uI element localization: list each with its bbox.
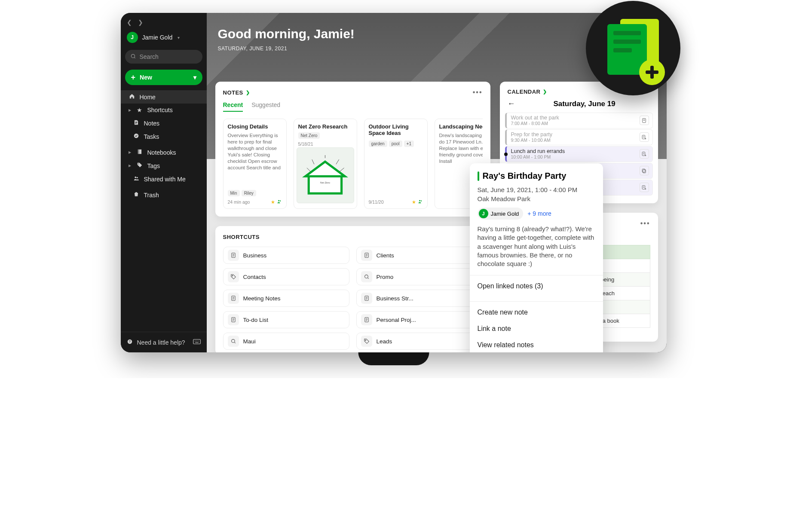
- svg-rect-29: [642, 152, 645, 156]
- shortcut-label: Personal Proj...: [377, 317, 416, 323]
- sidebar-item-tasks[interactable]: Tasks: [121, 130, 207, 143]
- search-placeholder: Search: [140, 53, 159, 60]
- sidebar-item-label: Shortcuts: [147, 107, 173, 113]
- attendee-name: Jamie Gold: [491, 211, 519, 217]
- sidebar-item-home[interactable]: Home: [121, 90, 207, 104]
- sidebar-item-label: Shared with Me: [144, 176, 186, 183]
- search-icon: [361, 271, 372, 282]
- shortcut-item[interactable]: Clients: [356, 247, 483, 264]
- sidebar-item-notes[interactable]: Notes: [121, 116, 207, 130]
- note-title: Net Zero Research: [298, 123, 352, 130]
- note-snippet: Overview Everything is here to prep for …: [228, 132, 282, 187]
- calendar-event[interactable]: Work out at the park7:00 AM - 8:00 AM: [505, 113, 653, 128]
- event-title: Prep for the party: [511, 131, 553, 138]
- trash-icon: [133, 191, 140, 199]
- shortcut-label: Contacts: [243, 274, 266, 280]
- attendee-chip[interactable]: J Jamie Gold: [478, 208, 524, 220]
- notes-widget-more[interactable]: •••: [473, 89, 483, 96]
- action-create-note[interactable]: Create new note: [478, 304, 595, 321]
- action-link-note[interactable]: Link a note: [478, 321, 595, 337]
- create-note-fab[interactable]: [586, 1, 680, 95]
- shortcut-item[interactable]: Contacts: [223, 268, 349, 285]
- shared-icon: [277, 199, 282, 205]
- svg-text:?: ?: [129, 340, 130, 343]
- note-card[interactable]: Net Zero Research Net Zero 5/18/21 Net Z…: [294, 119, 357, 209]
- calendar-event[interactable]: Lunch and run errands10:00 AM - 1:00 PM: [505, 146, 653, 162]
- event-note-action[interactable]: [640, 166, 649, 175]
- shortcut-item[interactable]: Meeting Notes: [223, 290, 349, 307]
- star-icon: ★: [136, 107, 143, 113]
- sidebar-item-shared[interactable]: Shared with Me: [121, 172, 207, 186]
- note-icon: [361, 314, 372, 325]
- note-icon: [228, 293, 239, 304]
- sidebar-item-shortcuts[interactable]: ▶ ★ Shortcuts: [121, 104, 207, 116]
- svg-point-11: [279, 200, 280, 201]
- sidebar-item-notebooks[interactable]: ▶ Notebooks: [121, 146, 207, 159]
- profile-menu[interactable]: J Jamie Gold ▾: [121, 28, 207, 47]
- shortcut-item[interactable]: Business Str...: [356, 290, 483, 307]
- note-card[interactable]: Outdoor Living Space Ideas garden pool +…: [364, 119, 428, 209]
- shortcut-label: Meeting Notes: [243, 295, 281, 302]
- sidebar-item-label: Tasks: [144, 133, 159, 140]
- svg-point-6: [136, 177, 138, 178]
- tab-recent[interactable]: Recent: [223, 101, 243, 112]
- tag-icon: [361, 336, 372, 347]
- event-note-action[interactable]: [640, 132, 649, 142]
- calendar-widget-title[interactable]: CALENDAR ❯: [508, 89, 547, 95]
- event-note-action[interactable]: [640, 149, 649, 159]
- note-footer-time: 24 min ago: [228, 199, 250, 205]
- tab-suggested[interactable]: Suggested: [251, 101, 280, 112]
- note-icon: [228, 314, 239, 325]
- keyboard-icon[interactable]: [193, 339, 201, 346]
- svg-rect-3: [138, 150, 139, 154]
- shortcut-label: Business Str...: [377, 295, 413, 302]
- calendar-back-button[interactable]: ←: [508, 99, 515, 108]
- sidebar-item-tags[interactable]: ▶ Tags: [121, 159, 207, 172]
- note-icon: [361, 293, 372, 304]
- tag-icon: [136, 162, 143, 169]
- svg-point-20: [364, 275, 368, 278]
- help-button[interactable]: ? Need a little help?: [121, 336, 207, 349]
- svg-point-26: [365, 340, 366, 341]
- event-color-bar: [478, 171, 479, 181]
- shortcut-item[interactable]: To-do List: [223, 311, 349, 328]
- shortcuts-widget-title[interactable]: SHORTCUTS: [223, 234, 260, 240]
- svg-point-10: [278, 200, 279, 202]
- note-icon: [361, 250, 372, 261]
- nav-forward-button[interactable]: ❯: [138, 19, 143, 26]
- shortcut-item[interactable]: Leads: [356, 333, 483, 350]
- nav-back-button[interactable]: ❮: [127, 19, 132, 26]
- shortcut-item[interactable]: Promo: [356, 268, 483, 285]
- notes-widget: NOTES ❯ ••• Recent Suggested Closing Det…: [215, 82, 490, 217]
- svg-text:Net Zero: Net Zero: [320, 182, 331, 184]
- event-note-action[interactable]: [640, 116, 649, 125]
- note-footer-time: 9/11/20: [369, 199, 384, 205]
- event-note-action[interactable]: [640, 183, 649, 192]
- chevron-right-icon: ❯: [246, 90, 250, 95]
- sidebar-footer: ? Need a little help?: [121, 332, 207, 352]
- svg-point-15: [419, 200, 420, 202]
- pinned-note-widget-more[interactable]: •••: [640, 220, 650, 227]
- fab-illustration: [607, 18, 659, 78]
- note-card[interactable]: Closing Details Overview Everything is h…: [223, 119, 287, 209]
- note-chip: Net Zero: [298, 132, 320, 139]
- event-time: 10:00 AM - 1:00 PM: [511, 154, 565, 159]
- attendees-more[interactable]: + 9 more: [527, 210, 551, 217]
- shortcut-item[interactable]: Business: [223, 247, 349, 264]
- new-button[interactable]: + New ▾: [125, 70, 202, 85]
- notes-widget-title[interactable]: NOTES ❯: [223, 89, 250, 96]
- shortcut-item[interactable]: Personal Proj...: [356, 311, 483, 328]
- open-linked-notes[interactable]: Open linked notes (3): [478, 278, 595, 294]
- sidebar-item-label: Notebooks: [147, 149, 176, 156]
- svg-rect-2: [138, 150, 141, 154]
- shortcut-item[interactable]: Maui: [223, 333, 349, 350]
- shortcuts-widget: SHORTCUTS ••• BusinessClientsContactsPro…: [215, 226, 490, 352]
- calendar-event[interactable]: Prep for the party9:30 AM - 10:00 AM: [505, 129, 653, 145]
- people-icon: [133, 175, 140, 183]
- search-input[interactable]: Search: [125, 50, 202, 64]
- sidebar-item-trash[interactable]: Trash: [121, 188, 207, 202]
- shortcut-label: To-do List: [243, 317, 269, 323]
- action-related-notes[interactable]: View related notes: [478, 337, 595, 352]
- note-icon: [133, 119, 140, 127]
- help-label: Need a little help?: [137, 339, 185, 346]
